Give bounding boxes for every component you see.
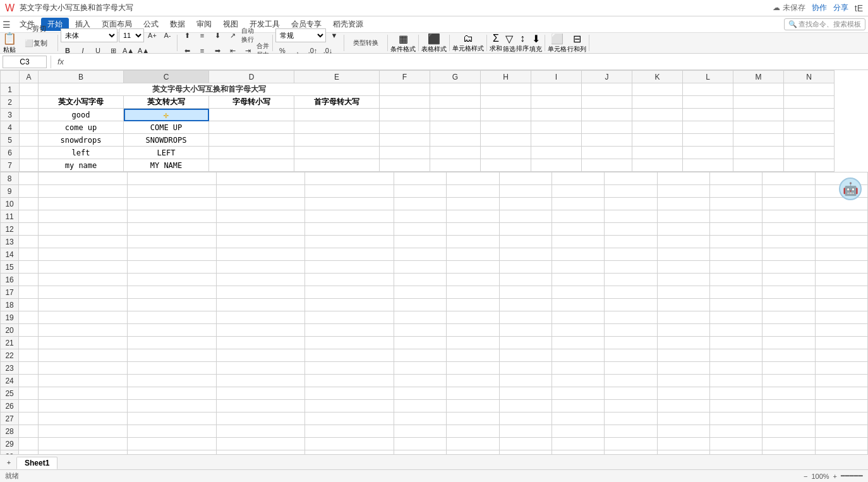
- cell-11-10[interactable]: [657, 210, 709, 223]
- cell-16-4[interactable]: [305, 274, 394, 286]
- cell-19-5[interactable]: [394, 311, 446, 324]
- cell-15-3[interactable]: [216, 261, 305, 274]
- cell-d4[interactable]: [209, 121, 294, 134]
- cell-23-11[interactable]: [709, 362, 762, 375]
- cell-11-5[interactable]: [394, 210, 446, 223]
- cell-30-4[interactable]: [305, 450, 394, 455]
- cell-17-2[interactable]: [128, 286, 217, 299]
- cell-29-8[interactable]: [552, 438, 604, 450]
- cell-h5[interactable]: [481, 134, 531, 147]
- cell-21-10[interactable]: [657, 337, 709, 349]
- cell-21-2[interactable]: [128, 337, 217, 349]
- cell-k1[interactable]: [632, 83, 683, 96]
- cell-25-5[interactable]: [394, 387, 446, 400]
- cell-26-8[interactable]: [552, 400, 604, 413]
- cell-25-10[interactable]: [657, 387, 709, 400]
- cell-10-6[interactable]: [447, 198, 499, 210]
- cell-a5[interactable]: [20, 134, 39, 147]
- cell-23-7[interactable]: [499, 362, 552, 375]
- cell-28-13[interactable]: [815, 425, 867, 438]
- align-bottom-btn[interactable]: ⬇: [210, 28, 224, 42]
- cell-10-8[interactable]: [552, 198, 604, 210]
- cell-26-12[interactable]: [763, 400, 815, 413]
- cell-28-11[interactable]: [709, 425, 762, 438]
- cell-21-1[interactable]: [39, 337, 128, 349]
- cell-13-7[interactable]: [499, 236, 552, 248]
- cell-26-7[interactable]: [499, 400, 552, 413]
- table-style-btn[interactable]: ⬛ 表格样式: [421, 33, 447, 54]
- cell-18-10[interactable]: [657, 299, 709, 311]
- cell-16-9[interactable]: [605, 274, 657, 286]
- cell-13-8[interactable]: [552, 236, 604, 248]
- cell-20-12[interactable]: [763, 324, 815, 337]
- cell-k3[interactable]: [632, 109, 683, 121]
- cell-style-btn[interactable]: 🗂 单元格样式: [452, 33, 484, 53]
- cell-30-11[interactable]: [709, 450, 762, 455]
- cell-d2[interactable]: 字母转小写: [209, 96, 294, 109]
- cell-m7[interactable]: [733, 159, 784, 172]
- cell-12-1[interactable]: [39, 223, 128, 236]
- cell-28-10[interactable]: [657, 425, 709, 438]
- cell-16-13[interactable]: [815, 274, 867, 286]
- cell-15-11[interactable]: [709, 261, 762, 274]
- cell-24-12[interactable]: [763, 375, 815, 387]
- cell-25-7[interactable]: [499, 387, 552, 400]
- cell-26-11[interactable]: [709, 400, 762, 413]
- cell-23-1[interactable]: [39, 362, 128, 375]
- font-size-dec-btn[interactable]: A-: [160, 28, 174, 42]
- cell-e5[interactable]: [294, 134, 380, 147]
- cell-23-5[interactable]: [394, 362, 446, 375]
- cell-19-3[interactable]: [216, 311, 305, 324]
- cell-13-6[interactable]: [447, 236, 499, 248]
- cell-12-7[interactable]: [499, 223, 552, 236]
- cell-c3[interactable]: [124, 109, 209, 121]
- cell-23-3[interactable]: [216, 362, 305, 375]
- cell-9-9[interactable]: [605, 185, 657, 198]
- cell-27-3[interactable]: [216, 413, 305, 425]
- cell-16-3[interactable]: [216, 274, 305, 286]
- font-size-select[interactable]: 11: [119, 28, 144, 42]
- cell-i7[interactable]: [531, 159, 582, 172]
- cell-21-11[interactable]: [709, 337, 762, 349]
- conditional-format-btn[interactable]: ▦ 条件格式: [390, 33, 416, 54]
- cell-11-12[interactable]: [763, 210, 815, 223]
- cell-j3[interactable]: [582, 109, 632, 121]
- cell-29-3[interactable]: [216, 438, 305, 450]
- cell-24-8[interactable]: [552, 375, 604, 387]
- col-header-n[interactable]: N: [784, 71, 835, 83]
- cell-b1-merged[interactable]: 英文字母大小写互换和首字母大写: [39, 83, 380, 96]
- cell-14-4[interactable]: [305, 248, 394, 261]
- cell-26-3[interactable]: [216, 400, 305, 413]
- cell-21-12[interactable]: [763, 337, 815, 349]
- cell-m1[interactable]: [733, 83, 784, 96]
- cell-h4[interactable]: [481, 121, 531, 134]
- cell-30-5[interactable]: [394, 450, 446, 455]
- cell-15-13[interactable]: [815, 261, 867, 274]
- cell-13-9[interactable]: [605, 236, 657, 248]
- cell-15-5[interactable]: [394, 261, 446, 274]
- cell-29-0[interactable]: [19, 438, 39, 450]
- cell-22-1[interactable]: [39, 349, 128, 362]
- cell-g7[interactable]: [430, 159, 481, 172]
- row-header-18[interactable]: 18: [1, 299, 19, 311]
- cell-25-2[interactable]: [128, 387, 217, 400]
- cell-19-6[interactable]: [447, 311, 499, 324]
- cell-name-input[interactable]: [3, 56, 47, 68]
- cell-25-6[interactable]: [447, 387, 499, 400]
- cell-29-11[interactable]: [709, 438, 762, 450]
- cell-14-9[interactable]: [605, 248, 657, 261]
- cell-26-4[interactable]: [305, 400, 394, 413]
- cell-24-13[interactable]: [815, 375, 867, 387]
- cell-b2[interactable]: 英文小写字母: [39, 96, 124, 109]
- cell-c2[interactable]: 英文转大写: [124, 96, 209, 109]
- cell-29-9[interactable]: [605, 438, 657, 450]
- cell-k6[interactable]: [632, 147, 683, 159]
- cell-16-1[interactable]: [39, 274, 128, 286]
- cell-8-3[interactable]: [216, 172, 305, 185]
- cell-25-3[interactable]: [216, 387, 305, 400]
- cell-a1[interactable]: [20, 83, 39, 96]
- row-header-11[interactable]: 11: [1, 210, 19, 223]
- cell-e6[interactable]: [294, 147, 380, 159]
- cell-n2[interactable]: [784, 96, 835, 109]
- cell-21-7[interactable]: [499, 337, 552, 349]
